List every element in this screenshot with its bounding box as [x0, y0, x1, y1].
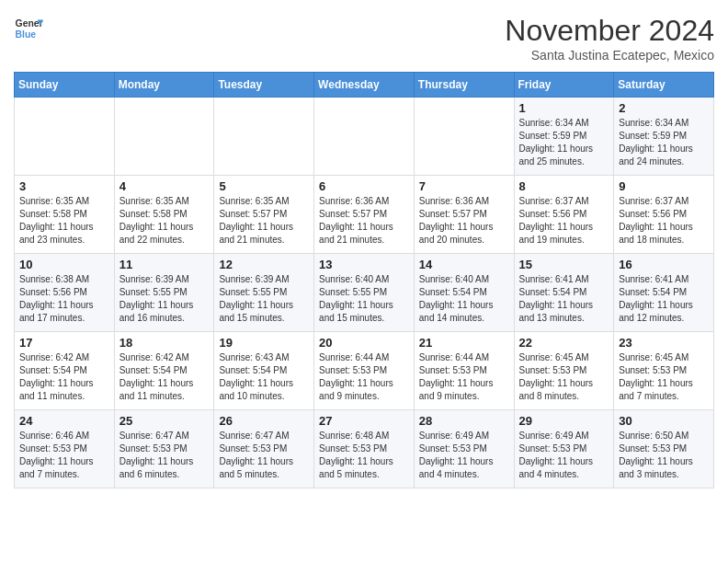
calendar-week-row: 3Sunrise: 6:35 AMSunset: 5:58 PMDaylight… — [15, 176, 714, 254]
day-info: Sunrise: 6:38 AMSunset: 5:56 PMDaylight:… — [19, 273, 109, 325]
day-info: Sunrise: 6:40 AMSunset: 5:55 PMDaylight:… — [319, 273, 409, 325]
day-info: Sunrise: 6:43 AMSunset: 5:54 PMDaylight:… — [219, 351, 309, 403]
day-info: Sunrise: 6:34 AMSunset: 5:59 PMDaylight:… — [619, 117, 709, 168]
day-info: Sunrise: 6:47 AMSunset: 5:53 PMDaylight:… — [219, 430, 309, 481]
day-number: 3 — [19, 179, 109, 193]
day-number: 20 — [319, 336, 409, 350]
calendar-day-cell: 21Sunrise: 6:44 AMSunset: 5:53 PMDayligh… — [414, 332, 514, 410]
day-info: Sunrise: 6:35 AMSunset: 5:57 PMDaylight:… — [219, 195, 309, 247]
day-number: 15 — [519, 258, 609, 271]
day-number: 6 — [319, 179, 409, 193]
day-info: Sunrise: 6:41 AMSunset: 5:54 PMDaylight:… — [619, 273, 709, 325]
calendar-day-cell: 24Sunrise: 6:46 AMSunset: 5:53 PMDayligh… — [15, 410, 115, 488]
day-info: Sunrise: 6:42 AMSunset: 5:54 PMDaylight:… — [19, 351, 109, 403]
calendar-day-cell: 9Sunrise: 6:37 AMSunset: 5:56 PMDaylight… — [614, 176, 714, 254]
calendar-day-cell: 19Sunrise: 6:43 AMSunset: 5:54 PMDayligh… — [214, 332, 314, 410]
day-number: 26 — [219, 414, 309, 428]
day-info: Sunrise: 6:41 AMSunset: 5:54 PMDaylight:… — [519, 273, 609, 325]
day-info: Sunrise: 6:44 AMSunset: 5:53 PMDaylight:… — [319, 351, 409, 403]
calendar-weekday-header: Thursday — [414, 73, 514, 98]
calendar-week-row: 1Sunrise: 6:34 AMSunset: 5:59 PMDaylight… — [15, 98, 714, 176]
calendar-day-cell: 1Sunrise: 6:34 AMSunset: 5:59 PMDaylight… — [514, 98, 614, 176]
calendar-day-cell: 18Sunrise: 6:42 AMSunset: 5:54 PMDayligh… — [114, 332, 214, 410]
day-number: 16 — [619, 258, 709, 271]
day-info: Sunrise: 6:37 AMSunset: 5:56 PMDaylight:… — [619, 195, 709, 247]
day-number: 19 — [219, 336, 309, 350]
calendar-day-cell: 23Sunrise: 6:45 AMSunset: 5:53 PMDayligh… — [614, 332, 714, 410]
day-info: Sunrise: 6:40 AMSunset: 5:54 PMDaylight:… — [419, 273, 509, 325]
calendar-day-cell: 3Sunrise: 6:35 AMSunset: 5:58 PMDaylight… — [15, 176, 115, 254]
day-info: Sunrise: 6:44 AMSunset: 5:53 PMDaylight:… — [419, 351, 509, 403]
day-info: Sunrise: 6:36 AMSunset: 5:57 PMDaylight:… — [319, 195, 409, 247]
day-number: 30 — [619, 414, 709, 428]
day-number: 23 — [619, 336, 709, 350]
day-number: 29 — [519, 414, 609, 428]
calendar-day-cell: 12Sunrise: 6:39 AMSunset: 5:55 PMDayligh… — [214, 254, 314, 332]
day-info: Sunrise: 6:48 AMSunset: 5:53 PMDaylight:… — [319, 430, 409, 481]
calendar-weekday-header: Wednesday — [314, 73, 415, 98]
location-subtitle: Santa Justina Ecatepec, Mexico — [505, 48, 714, 63]
day-info: Sunrise: 6:49 AMSunset: 5:53 PMDaylight:… — [419, 430, 509, 481]
calendar-day-cell: 26Sunrise: 6:47 AMSunset: 5:53 PMDayligh… — [214, 410, 314, 488]
day-number: 4 — [119, 179, 210, 193]
calendar-day-cell: 13Sunrise: 6:40 AMSunset: 5:55 PMDayligh… — [314, 254, 415, 332]
calendar-week-row: 10Sunrise: 6:38 AMSunset: 5:56 PMDayligh… — [15, 254, 714, 332]
day-number: 5 — [219, 179, 309, 193]
calendar-week-row: 17Sunrise: 6:42 AMSunset: 5:54 PMDayligh… — [15, 332, 714, 410]
calendar-day-cell: 30Sunrise: 6:50 AMSunset: 5:53 PMDayligh… — [614, 410, 714, 488]
calendar-day-cell: 11Sunrise: 6:39 AMSunset: 5:55 PMDayligh… — [114, 254, 214, 332]
calendar-day-cell: 8Sunrise: 6:37 AMSunset: 5:56 PMDaylight… — [514, 176, 614, 254]
day-info: Sunrise: 6:45 AMSunset: 5:53 PMDaylight:… — [619, 351, 709, 403]
day-number: 11 — [119, 258, 210, 271]
calendar-day-cell: 22Sunrise: 6:45 AMSunset: 5:53 PMDayligh… — [514, 332, 614, 410]
day-number: 9 — [619, 179, 709, 193]
calendar-day-cell: 27Sunrise: 6:48 AMSunset: 5:53 PMDayligh… — [314, 410, 415, 488]
day-number: 10 — [19, 258, 109, 271]
calendar-week-row: 24Sunrise: 6:46 AMSunset: 5:53 PMDayligh… — [15, 410, 714, 488]
day-info: Sunrise: 6:39 AMSunset: 5:55 PMDaylight:… — [119, 273, 210, 325]
day-info: Sunrise: 6:42 AMSunset: 5:54 PMDaylight:… — [119, 351, 210, 403]
calendar-day-cell: 28Sunrise: 6:49 AMSunset: 5:53 PMDayligh… — [414, 410, 514, 488]
day-number: 17 — [19, 336, 109, 350]
calendar-day-cell: 2Sunrise: 6:34 AMSunset: 5:59 PMDaylight… — [614, 98, 714, 176]
calendar-day-cell: 10Sunrise: 6:38 AMSunset: 5:56 PMDayligh… — [15, 254, 115, 332]
day-number: 2 — [619, 101, 709, 115]
calendar-day-cell: 4Sunrise: 6:35 AMSunset: 5:58 PMDaylight… — [114, 176, 214, 254]
day-info: Sunrise: 6:46 AMSunset: 5:53 PMDaylight:… — [19, 430, 109, 481]
calendar-day-cell — [114, 98, 214, 176]
calendar-day-cell: 17Sunrise: 6:42 AMSunset: 5:54 PMDayligh… — [15, 332, 115, 410]
calendar-day-cell: 15Sunrise: 6:41 AMSunset: 5:54 PMDayligh… — [514, 254, 614, 332]
day-number: 8 — [519, 179, 609, 193]
calendar-day-cell — [214, 98, 314, 176]
calendar-day-cell: 7Sunrise: 6:36 AMSunset: 5:57 PMDaylight… — [414, 176, 514, 254]
logo: General Blue — [14, 14, 43, 43]
day-info: Sunrise: 6:45 AMSunset: 5:53 PMDaylight:… — [519, 351, 609, 403]
calendar-weekday-header: Monday — [114, 73, 214, 98]
day-number: 24 — [19, 414, 109, 428]
calendar-day-cell: 6Sunrise: 6:36 AMSunset: 5:57 PMDaylight… — [314, 176, 415, 254]
calendar-weekday-header: Friday — [514, 73, 614, 98]
day-number: 22 — [519, 336, 609, 350]
day-number: 27 — [319, 414, 409, 428]
day-info: Sunrise: 6:47 AMSunset: 5:53 PMDaylight:… — [119, 430, 210, 481]
calendar-day-cell: 29Sunrise: 6:49 AMSunset: 5:53 PMDayligh… — [514, 410, 614, 488]
day-number: 18 — [119, 336, 210, 350]
day-number: 1 — [519, 101, 609, 115]
day-info: Sunrise: 6:49 AMSunset: 5:53 PMDaylight:… — [519, 430, 609, 481]
day-info: Sunrise: 6:39 AMSunset: 5:55 PMDaylight:… — [219, 273, 309, 325]
svg-text:Blue: Blue — [16, 29, 37, 40]
day-info: Sunrise: 6:34 AMSunset: 5:59 PMDaylight:… — [519, 117, 609, 168]
day-info: Sunrise: 6:37 AMSunset: 5:56 PMDaylight:… — [519, 195, 609, 247]
day-number: 28 — [419, 414, 509, 428]
logo-icon: General Blue — [14, 14, 43, 43]
day-info: Sunrise: 6:50 AMSunset: 5:53 PMDaylight:… — [619, 430, 709, 481]
calendar-header-row: SundayMondayTuesdayWednesdayThursdayFrid… — [15, 73, 714, 98]
calendar-weekday-header: Sunday — [15, 73, 115, 98]
title-area: November 2024 Santa Justina Ecatepec, Me… — [505, 14, 714, 63]
calendar-day-cell: 14Sunrise: 6:40 AMSunset: 5:54 PMDayligh… — [414, 254, 514, 332]
calendar-day-cell — [414, 98, 514, 176]
day-number: 7 — [419, 179, 509, 193]
calendar-day-cell: 5Sunrise: 6:35 AMSunset: 5:57 PMDaylight… — [214, 176, 314, 254]
day-info: Sunrise: 6:35 AMSunset: 5:58 PMDaylight:… — [19, 195, 109, 247]
calendar-day-cell — [15, 98, 115, 176]
